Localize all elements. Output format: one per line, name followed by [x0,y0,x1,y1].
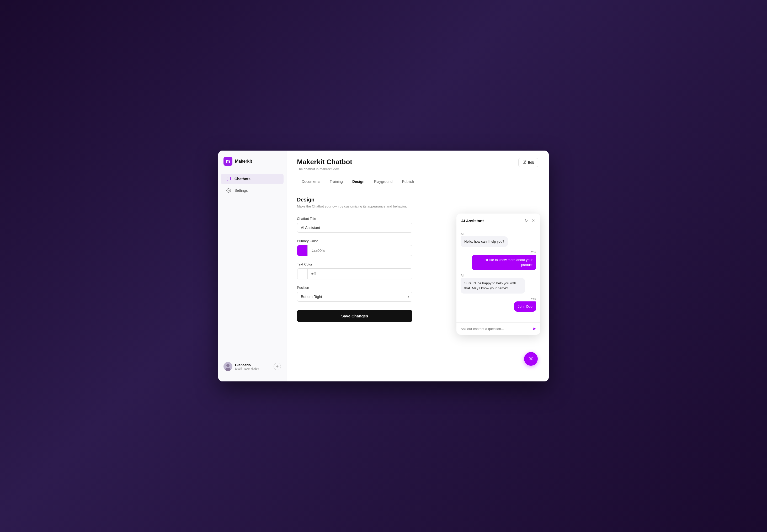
header-left: Makerkit Chatbot The chatbot in makerkit… [297,158,419,187]
add-button[interactable]: + [274,363,281,370]
edit-label: Edit [528,161,534,164]
edit-button[interactable]: Edit [518,158,538,167]
send-icon: ➤ [532,326,536,331]
msg-row-1: Hello, how can I help you? [461,236,536,247]
msg-row-2: I'd like to know more about your product [461,255,536,270]
sidebar: m Makerkit Chatbots Settings [218,151,286,381]
app-window: m Makerkit Chatbots Settings [218,151,549,381]
primary-color-field [297,245,412,256]
logo-icon: m [223,157,232,166]
chat-preview: AI Assistant ↻ ✕ AI Hello, how can I hel… [456,214,540,335]
send-button[interactable]: ➤ [532,326,536,332]
msg-sender-ai-2: AI [461,274,536,277]
msg-bubble-user-2: John Doe [514,301,536,312]
float-close-icon: ✕ [529,355,533,362]
msg-bubble-ai-2: Sure, I'll be happy to help you with tha… [461,278,525,294]
page-title: Makerkit Chatbot [297,158,419,166]
message-group-3: AI Sure, I'll be happy to help you with … [461,274,536,294]
save-button[interactable]: Save Changes [297,310,412,322]
msg-sender-user-2: You [461,297,536,300]
edit-icon [523,160,526,165]
chatbot-title-input[interactable] [297,223,412,233]
page-subtitle: The chatbot in makerkit.dev [297,167,419,171]
sidebar-item-chatbots[interactable]: Chatbots [221,174,284,184]
user-name: Giancarlo [235,363,259,367]
refresh-icon: ↻ [525,218,528,223]
chat-header: AI Assistant ↻ ✕ [456,214,540,228]
sidebar-logo: m Makerkit [218,157,286,173]
text-color-input[interactable] [308,269,412,279]
msg-row-4: John Doe [461,301,536,312]
avatar [223,362,232,371]
msg-bubble-user-1: I'd like to know more about your product [472,255,536,270]
section-title: Design [297,197,538,203]
chat-preview-title: AI Assistant [461,219,484,223]
svg-point-0 [228,190,230,191]
sidebar-item-settings[interactable]: Settings [221,185,284,196]
tab-playground[interactable]: Playground [369,176,397,187]
message-group-1: AI Hello, how can I help you? [461,232,536,247]
settings-icon [226,188,231,193]
close-icon: ✕ [532,218,535,223]
close-chat-button[interactable]: ✕ [531,218,536,224]
tab-documents[interactable]: Documents [297,176,325,187]
refresh-button[interactable]: ↻ [524,218,529,224]
msg-row-3: Sure, I'll be happy to help you with tha… [461,278,536,294]
sidebar-bottom: Giancarlo test@makerkit.dev + [218,358,286,375]
sidebar-chatbots-label: Chatbots [235,177,251,181]
user-info: Giancarlo test@makerkit.dev [223,362,259,371]
msg-sender-ai-1: AI [461,232,536,235]
tab-publish[interactable]: Publish [397,176,419,187]
tab-design[interactable]: Design [348,176,369,187]
user-email: test@makerkit.dev [235,367,259,370]
chat-float-button[interactable]: ✕ [524,352,538,366]
tab-training[interactable]: Training [325,176,348,187]
msg-sender-user-1: You [461,251,536,254]
user-details: Giancarlo test@makerkit.dev [235,363,259,370]
text-color-field [297,268,412,279]
message-group-4: You John Doe [461,297,536,312]
page-header: Makerkit Chatbot The chatbot in makerkit… [286,151,549,187]
section-desc: Make the Chatbot your own by customizing… [297,204,538,208]
chat-icon [226,176,231,182]
text-color-swatch[interactable] [297,269,308,279]
position-select-wrapper: Bottom Right Bottom Left Top Right Top L… [297,292,412,302]
sidebar-settings-label: Settings [235,188,248,193]
msg-bubble-ai-1: Hello, how can I help you? [461,236,508,247]
chat-input-area: ➤ [456,322,540,335]
chat-messages: AI Hello, how can I help you? You I'd li… [456,228,540,322]
primary-color-swatch[interactable] [297,245,308,256]
position-select[interactable]: Bottom Right Bottom Left Top Right Top L… [297,292,412,302]
chat-input[interactable] [461,327,530,331]
chat-actions: ↻ ✕ [524,218,536,224]
logo-text: Makerkit [235,159,252,164]
message-group-2: You I'd like to know more about your pro… [461,251,536,270]
svg-point-2 [226,364,230,367]
tabs: Documents Training Design Playground Pub… [297,176,419,187]
primary-color-input[interactable] [308,246,412,255]
